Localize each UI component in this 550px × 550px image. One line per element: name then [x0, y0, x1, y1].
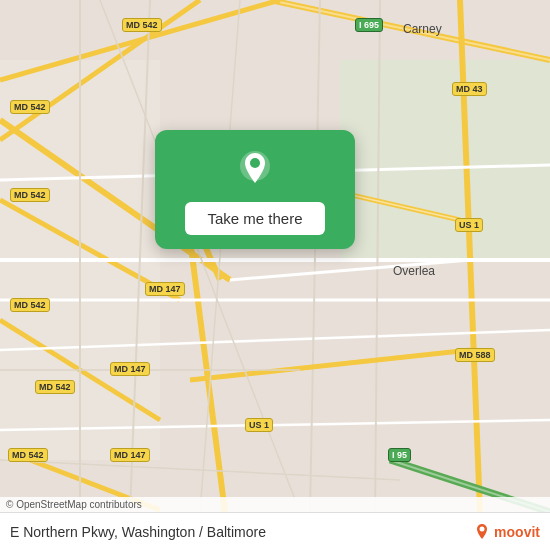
road-badge-i95: I 95	[388, 448, 411, 462]
road-badge-md542-4: MD 542	[10, 298, 50, 312]
moovit-brand-text: moovit	[494, 524, 540, 540]
road-badge-md147-2: MD 147	[110, 362, 150, 376]
road-badge-md147-3: MD 147	[110, 448, 150, 462]
road-badge-md542-1: MD 542	[122, 18, 162, 32]
location-name: E Northern Pkwy,	[10, 524, 118, 540]
svg-rect-1	[340, 60, 550, 260]
location-region-text: Washington / Baltimore	[122, 524, 266, 540]
svg-point-35	[480, 526, 485, 531]
moovit-pin-icon	[472, 522, 492, 542]
road-badge-md542-2: MD 542	[10, 100, 50, 114]
bottom-bar: E Northern Pkwy, Washington / Baltimore …	[0, 512, 550, 550]
svg-point-34	[250, 158, 260, 168]
location-pin-icon	[233, 148, 277, 192]
road-badge-us1-1: US 1	[455, 218, 483, 232]
road-badge-md542-5: MD 542	[35, 380, 75, 394]
attribution-bar: © OpenStreetMap contributors	[0, 497, 550, 512]
road-badge-md147-1: MD 147	[145, 282, 185, 296]
road-badge-md43: MD 43	[452, 82, 487, 96]
moovit-logo: moovit	[472, 522, 540, 542]
road-badge-md542-6: MD 542	[8, 448, 48, 462]
road-badge-md542-3: MD 542	[10, 188, 50, 202]
take-me-there-button[interactable]: Take me there	[185, 202, 324, 235]
attribution-text: © OpenStreetMap contributors	[6, 499, 142, 510]
popup-card: Take me there	[155, 130, 355, 249]
place-label-carney: Carney	[403, 22, 442, 36]
road-badge-us1-2: US 1	[245, 418, 273, 432]
location-label: E Northern Pkwy, Washington / Baltimore	[10, 524, 472, 540]
place-label-overlea: Overlea	[393, 264, 435, 278]
map-container: Take me there I 695 MD 542 MD 542 MD MD …	[0, 0, 550, 550]
road-badge-i695: I 695	[355, 18, 383, 32]
road-badge-md588: MD 588	[455, 348, 495, 362]
